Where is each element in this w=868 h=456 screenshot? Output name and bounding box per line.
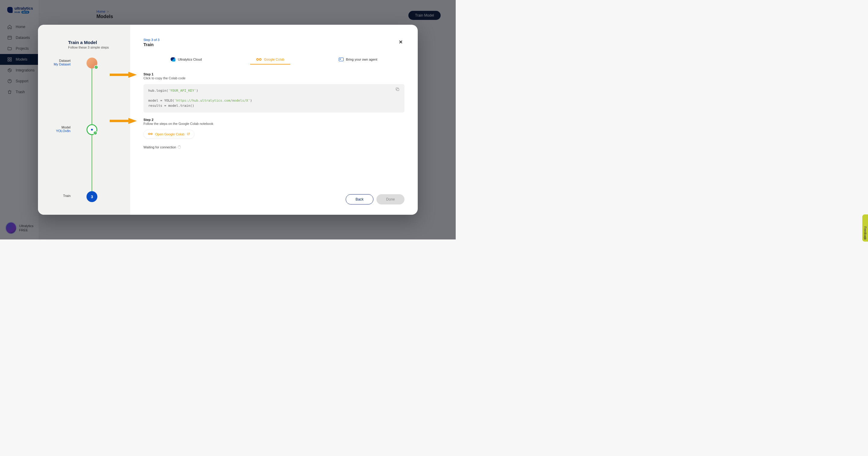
- waiting-status: Waiting for connection: [144, 145, 404, 149]
- close-icon: ✕: [399, 39, 403, 45]
- train-tabs: Ultralytics Cloud Google Colab Bring you…: [144, 55, 404, 64]
- check-icon: [94, 65, 98, 69]
- svg-point-10: [151, 133, 152, 135]
- close-button[interactable]: ✕: [399, 39, 403, 45]
- check-icon: [93, 131, 97, 135]
- step1-label: Step 1: [144, 73, 404, 76]
- progress-timeline: Dataset My Dataset Model YOLOv8n: [44, 58, 125, 199]
- tab-label: Ultralytics Cloud: [178, 58, 202, 61]
- step2-block: Step 2 Follow the steps on the Google Co…: [144, 118, 404, 149]
- google-colab-icon: [256, 58, 261, 61]
- timeline-model-label: Model: [56, 125, 70, 129]
- copy-code-button[interactable]: [396, 87, 401, 93]
- tab-google-colab[interactable]: Google Colab: [250, 55, 290, 64]
- google-colab-icon: [148, 133, 153, 136]
- timeline-train-label: Train: [63, 194, 70, 198]
- step1-desc: Click to copy the Colab code: [144, 76, 404, 80]
- tab-own-agent[interactable]: Bring your own agent: [333, 55, 383, 64]
- svg-point-9: [149, 133, 150, 135]
- code-snippet[interactable]: hub.login('YOUR_API_KEY') model = YOLO('…: [144, 84, 404, 113]
- external-link-icon: [187, 133, 190, 136]
- modal-footer: Back Done: [346, 194, 404, 204]
- step1-block: Step 1 Click to copy the Colab code hub.…: [144, 73, 404, 113]
- step2-desc: Follow the steps on the Google Colab not…: [144, 122, 404, 125]
- arrow-annotation-icon: [110, 72, 137, 78]
- svg-point-6: [257, 58, 258, 60]
- modal-subtitle: Follow these 3 simple steps: [44, 46, 125, 49]
- svg-point-7: [259, 58, 261, 60]
- done-button: Done: [376, 194, 404, 204]
- train-model-modal: Train a Model Follow these 3 simple step…: [38, 25, 418, 215]
- step2-label: Step 2: [144, 118, 404, 121]
- spinner-icon: [178, 146, 181, 149]
- agent-icon: [339, 58, 344, 61]
- tab-label: Bring your own agent: [346, 58, 377, 61]
- timeline-dataset-node[interactable]: [87, 58, 97, 68]
- copy-icon: [396, 87, 400, 91]
- modal-overlay: Train a Model Follow these 3 simple step…: [0, 0, 456, 239]
- timeline-model-name[interactable]: YOLOv8n: [56, 129, 70, 133]
- svg-rect-8: [397, 89, 399, 91]
- open-google-colab-button[interactable]: Open Google Colab: [144, 130, 194, 139]
- modal-content: Step 3 of 3 Train ✕ Ultralytics Cloud Go…: [130, 25, 418, 215]
- timeline-train-node[interactable]: 3: [87, 191, 97, 202]
- step-indicator: Step 3 of 3: [144, 38, 404, 41]
- arrow-annotation-icon: [110, 118, 137, 124]
- timeline-dataset-label: Dataset: [54, 59, 70, 62]
- train-step-title: Train: [144, 42, 404, 47]
- timeline-train-number: 3: [91, 195, 93, 199]
- open-colab-label: Open Google Colab: [155, 133, 184, 136]
- timeline-model-node[interactable]: [87, 124, 97, 135]
- timeline-dataset-name[interactable]: My Dataset: [54, 62, 70, 66]
- back-button[interactable]: Back: [346, 194, 374, 204]
- modal-title: Train a Model: [44, 40, 125, 45]
- tab-label: Google Colab: [264, 58, 284, 61]
- tab-ultralytics-cloud[interactable]: Ultralytics Cloud: [164, 55, 208, 64]
- ultralytics-cloud-icon: [170, 57, 176, 61]
